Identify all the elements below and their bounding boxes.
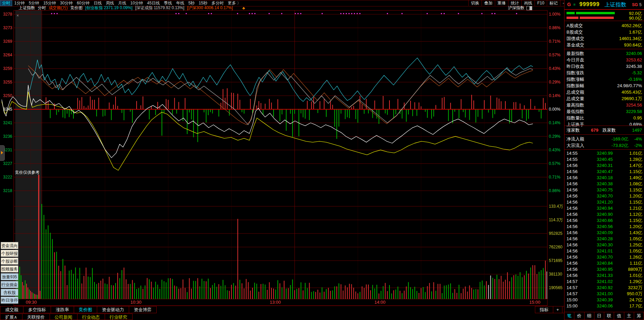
signal-dot bbox=[56, 13, 58, 14]
left-button-4[interactable]: 放量935 bbox=[1, 273, 18, 280]
tick-time: 14:56 bbox=[567, 260, 578, 266]
bottom-tab-0[interactable]: 成交额 bbox=[0, 306, 23, 313]
stat-label: 指数量比 bbox=[567, 115, 584, 121]
panel-tab-1[interactable]: 价 bbox=[574, 312, 584, 320]
volume-axis-label: 762260 bbox=[549, 245, 562, 249]
stat-value: 4052.26亿 bbox=[622, 22, 642, 29]
tick-volume: 1.15亿 bbox=[629, 169, 642, 175]
info-tab-row: 扩展∧关联报价公司新闻行业动态行业研究 bbox=[0, 314, 133, 320]
volume-axis-label: 952825 bbox=[549, 231, 562, 236]
left-button-2[interactable]: 个股诊断 bbox=[1, 258, 18, 265]
signal-dot bbox=[254, 13, 256, 14]
bottom-tab-3[interactable]: 竞价图 bbox=[74, 306, 97, 313]
bottom-tab-1[interactable]: 多空指标 bbox=[23, 306, 51, 313]
panel-toggle-icon[interactable] bbox=[526, 6, 532, 10]
quote-panel-tabs: 笔价细日联值主筹 bbox=[564, 312, 644, 320]
panel-tab-0[interactable]: 笔 bbox=[564, 312, 574, 320]
sub-tab-1[interactable]: 关联报价 bbox=[22, 314, 50, 320]
panel-tab-2[interactable]: 细 bbox=[585, 312, 594, 320]
signal-dot bbox=[346, 13, 347, 14]
auction-band bbox=[15, 11, 41, 299]
tick-price: 3240.66 bbox=[589, 218, 613, 224]
left-button-1[interactable]: 个股研报 bbox=[1, 250, 18, 257]
left-button-0[interactable]: 资金流向 bbox=[1, 242, 18, 249]
tick-volume: 17.7亿 bbox=[629, 303, 642, 309]
tick-time: 14:56 bbox=[567, 236, 578, 242]
signal-dot bbox=[300, 13, 301, 14]
stock-code: 999999 bbox=[579, 1, 599, 7]
stat-row-2-8: 最高指数3254.56 bbox=[564, 102, 644, 108]
signal-dot bbox=[340, 13, 342, 14]
toolbar-button-1[interactable]: 叠加 bbox=[482, 0, 495, 6]
tick-time: 14:56 bbox=[567, 224, 578, 230]
signal-dot bbox=[295, 13, 296, 14]
sub-tab-3[interactable]: 行业动态 bbox=[77, 314, 105, 320]
index-group-switch[interactable]: 沪深指数 bbox=[508, 6, 532, 10]
left-button-5[interactable]: 行业掘金 bbox=[1, 281, 18, 288]
sidebar-expand-handle[interactable] bbox=[0, 145, 5, 161]
panel-tab-6[interactable]: 主 bbox=[624, 312, 634, 320]
flow-label: 净流入额 bbox=[567, 136, 584, 142]
panel-tab-5[interactable]: 值 bbox=[614, 312, 624, 320]
tick-price: 3240.18 bbox=[589, 175, 613, 181]
menu-glyph-icon[interactable]: ≡ bbox=[573, 2, 575, 6]
volume-axis-label: 190565 bbox=[549, 285, 562, 290]
tick-price: 3240.95 bbox=[589, 266, 613, 272]
signal-dot bbox=[401, 13, 403, 14]
panel-tab-7[interactable]: 筹 bbox=[634, 312, 644, 320]
menu-item-0[interactable]: 分时 bbox=[0, 0, 12, 6]
tick-list[interactable]: 14:553240.991.01亿14:553240.451.28亿14:563… bbox=[564, 150, 644, 311]
tick-row: 14:563240.661.15亿 bbox=[564, 218, 644, 224]
time-axis-label: 15:00 bbox=[529, 300, 540, 305]
pct-axis-label: 0.86% bbox=[549, 25, 560, 30]
tick-row: 14:563240.751.15亿 bbox=[564, 187, 644, 193]
tick-price: 3240.39 bbox=[589, 297, 613, 303]
toolbar-button-2[interactable]: 重播 bbox=[495, 0, 508, 6]
bottom-tab-4[interactable]: 资金驱动力 bbox=[97, 306, 129, 313]
tick-price: 3240.30 bbox=[589, 242, 613, 248]
price-axis-label: 3264 bbox=[3, 53, 12, 57]
stat-row-2-2: 昨日收盘3245.38 bbox=[564, 63, 644, 70]
stat-value: 3240.06 bbox=[626, 50, 642, 57]
sub-tab-0[interactable]: 扩展∧ bbox=[0, 314, 22, 320]
tick-time: 14:55 bbox=[567, 150, 578, 156]
bottom-tab-5[interactable]: 资金博弈 bbox=[129, 306, 157, 313]
signal-dot bbox=[354, 13, 355, 14]
tick-volume: 1.28亿 bbox=[629, 156, 642, 163]
panel-tab-3[interactable]: 日 bbox=[594, 312, 604, 320]
volume-axis-label: 571695 bbox=[549, 258, 562, 263]
intraday-chart[interactable]: 3278327332693264325932553250324532413236… bbox=[0, 10, 564, 306]
pct-axis-label: 0.71% bbox=[549, 175, 560, 180]
zoom-in-button[interactable]: + bbox=[553, 306, 562, 313]
quote-panel-header: G ≡ 999999 上证指数 SG 5 bbox=[564, 0, 644, 10]
left-button-6[interactable]: 含权股 bbox=[1, 289, 18, 296]
stat-value: -0.16% bbox=[628, 76, 642, 82]
sub-tab-4[interactable]: 行业研究 bbox=[105, 314, 133, 320]
toolbar-button-6[interactable]: 标记 bbox=[547, 0, 560, 6]
tick-time: 14:56 bbox=[567, 218, 578, 224]
signal-dot bbox=[481, 13, 483, 14]
signal-dot bbox=[208, 13, 209, 14]
tick-volume: 1.15亿 bbox=[629, 187, 642, 193]
toolbar-button-0[interactable]: 切换 bbox=[468, 0, 482, 6]
left-button-3[interactable]: 投顾服务 bbox=[1, 265, 18, 272]
panel-tab-4[interactable]: 联 bbox=[604, 312, 614, 320]
toolbar-button-5[interactable]: F10 bbox=[535, 0, 547, 6]
bottom-tab-2[interactable]: 涨跌率 bbox=[51, 306, 74, 313]
stat-row-1-2: 国债成交14601.34亿 bbox=[564, 35, 644, 42]
sub-tab-2[interactable]: 公司新闻 bbox=[50, 314, 77, 320]
tick-volume: 1.20亿 bbox=[629, 224, 642, 230]
time-axis-label: 10:30 bbox=[130, 300, 142, 305]
tick-price: 3240.45 bbox=[589, 156, 613, 163]
stat-row-2-6: 总成交额4055.43亿 bbox=[564, 89, 644, 95]
tick-time: 14:56 bbox=[567, 230, 578, 236]
price-axis-label: 3241 bbox=[3, 120, 12, 125]
signal-dot bbox=[516, 13, 517, 14]
left-button-7[interactable]: 昨日涨停 bbox=[1, 297, 18, 304]
pct-axis-label: 0.29% bbox=[549, 80, 560, 84]
indicator-button[interactable]: 指标 bbox=[535, 306, 553, 313]
stat-label: 总成交额 bbox=[567, 89, 584, 95]
flow-row-1: 大宗流入-73.82亿-2% bbox=[564, 142, 644, 149]
tick-price: 3241.02 bbox=[589, 279, 613, 285]
stat-label: B股成交 bbox=[567, 29, 583, 35]
